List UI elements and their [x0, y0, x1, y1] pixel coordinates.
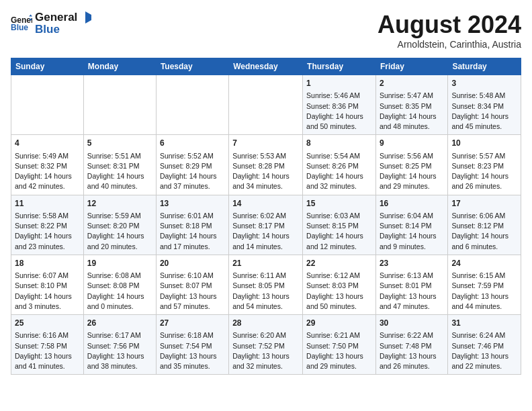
calendar-cell: 14Sunrise: 6:02 AM Sunset: 8:17 PM Dayli… — [229, 195, 303, 255]
day-number: 30 — [380, 318, 444, 329]
cell-content: Sunrise: 6:10 AM Sunset: 8:07 PM Dayligh… — [160, 271, 225, 312]
cell-content: Sunrise: 6:11 AM Sunset: 8:05 PM Dayligh… — [232, 271, 299, 312]
location-subtitle: Arnoldstein, Carinthia, Austria — [378, 39, 521, 50]
cell-content: Sunrise: 5:52 AM Sunset: 8:29 PM Dayligh… — [160, 151, 225, 192]
calendar-week-2: 4Sunrise: 5:49 AM Sunset: 8:32 PM Daylig… — [11, 135, 521, 195]
logo: General Blue General Blue — [11, 11, 91, 36]
day-header-tuesday: Tuesday — [156, 58, 228, 75]
cell-content: Sunrise: 6:02 AM Sunset: 8:17 PM Dayligh… — [232, 211, 299, 252]
calendar-week-3: 11Sunrise: 5:58 AM Sunset: 8:22 PM Dayli… — [11, 195, 521, 255]
calendar-cell: 31Sunrise: 6:24 AM Sunset: 7:46 PM Dayli… — [448, 315, 521, 375]
day-number: 14 — [232, 198, 299, 210]
day-number: 26 — [87, 318, 152, 329]
day-number: 17 — [451, 198, 517, 210]
cell-content: Sunrise: 5:56 AM Sunset: 8:25 PM Dayligh… — [380, 151, 444, 192]
svg-text:Blue: Blue — [11, 23, 28, 32]
day-header-saturday: Saturday — [448, 58, 521, 75]
calendar-cell — [229, 75, 303, 135]
day-number: 27 — [160, 318, 225, 329]
day-number: 28 — [232, 318, 299, 329]
calendar-cell: 10Sunrise: 5:57 AM Sunset: 8:23 PM Dayli… — [448, 135, 521, 195]
cell-content: Sunrise: 6:15 AM Sunset: 7:59 PM Dayligh… — [451, 271, 517, 312]
day-number: 15 — [306, 198, 372, 210]
cell-content: Sunrise: 6:21 AM Sunset: 7:50 PM Dayligh… — [306, 330, 372, 371]
calendar-cell: 24Sunrise: 6:15 AM Sunset: 7:59 PM Dayli… — [448, 255, 521, 314]
calendar-cell: 23Sunrise: 6:13 AM Sunset: 8:01 PM Dayli… — [375, 255, 447, 314]
calendar-cell: 25Sunrise: 6:16 AM Sunset: 7:58 PM Dayli… — [11, 315, 84, 375]
day-number: 3 — [451, 78, 517, 89]
day-header-friday: Friday — [375, 58, 447, 75]
logo-blue: Blue — [35, 23, 91, 36]
day-number: 20 — [160, 258, 225, 269]
cell-content: Sunrise: 5:58 AM Sunset: 8:22 PM Dayligh… — [15, 211, 80, 252]
cell-content: Sunrise: 6:24 AM Sunset: 7:46 PM Dayligh… — [451, 330, 517, 371]
logo-general: General — [35, 11, 77, 24]
calendar-header-row: SundayMondayTuesdayWednesdayThursdayFrid… — [11, 58, 521, 75]
calendar-cell: 2Sunrise: 5:47 AM Sunset: 8:35 PM Daylig… — [375, 75, 447, 135]
cell-content: Sunrise: 5:47 AM Sunset: 8:35 PM Dayligh… — [380, 91, 444, 132]
calendar-cell: 22Sunrise: 6:12 AM Sunset: 8:03 PM Dayli… — [303, 255, 376, 314]
day-header-thursday: Thursday — [303, 58, 376, 75]
day-number: 9 — [380, 138, 444, 149]
calendar-cell: 29Sunrise: 6:21 AM Sunset: 7:50 PM Dayli… — [303, 315, 376, 375]
day-number: 22 — [306, 258, 372, 269]
cell-content: Sunrise: 6:12 AM Sunset: 8:03 PM Dayligh… — [306, 271, 372, 312]
calendar-cell: 5Sunrise: 5:51 AM Sunset: 8:31 PM Daylig… — [83, 135, 156, 195]
day-number: 6 — [160, 138, 225, 149]
calendar-cell: 8Sunrise: 5:54 AM Sunset: 8:26 PM Daylig… — [303, 135, 376, 195]
cell-content: Sunrise: 6:17 AM Sunset: 7:56 PM Dayligh… — [87, 330, 152, 371]
day-number: 24 — [451, 258, 517, 269]
cell-content: Sunrise: 6:07 AM Sunset: 8:10 PM Dayligh… — [15, 271, 80, 312]
cell-content: Sunrise: 6:04 AM Sunset: 8:14 PM Dayligh… — [380, 211, 444, 252]
calendar-cell: 11Sunrise: 5:58 AM Sunset: 8:22 PM Dayli… — [11, 195, 84, 255]
calendar-cell: 16Sunrise: 6:04 AM Sunset: 8:14 PM Dayli… — [375, 195, 447, 255]
calendar-cell: 19Sunrise: 6:08 AM Sunset: 8:08 PM Dayli… — [83, 255, 156, 314]
calendar-cell: 4Sunrise: 5:49 AM Sunset: 8:32 PM Daylig… — [11, 135, 84, 195]
cell-content: Sunrise: 5:59 AM Sunset: 8:20 PM Dayligh… — [87, 211, 152, 252]
day-number: 19 — [87, 258, 152, 269]
cell-content: Sunrise: 5:53 AM Sunset: 8:28 PM Dayligh… — [232, 151, 299, 192]
day-header-monday: Monday — [83, 58, 156, 75]
calendar-table: SundayMondayTuesdayWednesdayThursdayFrid… — [11, 58, 521, 375]
logo-arrow-icon — [79, 11, 91, 24]
calendar-week-1: 1Sunrise: 5:46 AM Sunset: 8:36 PM Daylig… — [11, 75, 521, 135]
calendar-cell: 17Sunrise: 6:06 AM Sunset: 8:12 PM Dayli… — [448, 195, 521, 255]
day-number: 29 — [306, 318, 372, 329]
calendar-cell: 1Sunrise: 5:46 AM Sunset: 8:36 PM Daylig… — [303, 75, 376, 135]
day-header-wednesday: Wednesday — [229, 58, 303, 75]
calendar-cell: 7Sunrise: 5:53 AM Sunset: 8:28 PM Daylig… — [229, 135, 303, 195]
calendar-cell: 26Sunrise: 6:17 AM Sunset: 7:56 PM Dayli… — [83, 315, 156, 375]
cell-content: Sunrise: 5:51 AM Sunset: 8:31 PM Dayligh… — [87, 151, 152, 192]
cell-content: Sunrise: 5:46 AM Sunset: 8:36 PM Dayligh… — [306, 91, 372, 132]
calendar-cell: 18Sunrise: 6:07 AM Sunset: 8:10 PM Dayli… — [11, 255, 84, 314]
day-number: 1 — [306, 78, 372, 89]
day-number: 5 — [87, 138, 152, 149]
cell-content: Sunrise: 6:08 AM Sunset: 8:08 PM Dayligh… — [87, 271, 152, 312]
svg-marker-4 — [85, 11, 91, 24]
day-number: 16 — [380, 198, 444, 210]
cell-content: Sunrise: 6:20 AM Sunset: 7:52 PM Dayligh… — [232, 330, 299, 371]
day-number: 12 — [87, 198, 152, 210]
day-number: 11 — [15, 198, 80, 210]
calendar-week-4: 18Sunrise: 6:07 AM Sunset: 8:10 PM Dayli… — [11, 255, 521, 314]
title-area: August 2024 Arnoldstein, Carinthia, Aust… — [378, 11, 521, 50]
calendar-cell: 21Sunrise: 6:11 AM Sunset: 8:05 PM Dayli… — [229, 255, 303, 314]
cell-content: Sunrise: 6:16 AM Sunset: 7:58 PM Dayligh… — [15, 330, 80, 371]
day-number: 7 — [232, 138, 299, 149]
calendar-cell: 27Sunrise: 6:18 AM Sunset: 7:54 PM Dayli… — [156, 315, 228, 375]
cell-content: Sunrise: 6:13 AM Sunset: 8:01 PM Dayligh… — [380, 271, 444, 312]
calendar-cell: 20Sunrise: 6:10 AM Sunset: 8:07 PM Dayli… — [156, 255, 228, 314]
day-number: 23 — [380, 258, 444, 269]
calendar-cell: 28Sunrise: 6:20 AM Sunset: 7:52 PM Dayli… — [229, 315, 303, 375]
cell-content: Sunrise: 6:18 AM Sunset: 7:54 PM Dayligh… — [160, 330, 225, 371]
cell-content: Sunrise: 5:57 AM Sunset: 8:23 PM Dayligh… — [451, 151, 517, 192]
calendar-week-5: 25Sunrise: 6:16 AM Sunset: 7:58 PM Dayli… — [11, 315, 521, 375]
cell-content: Sunrise: 6:22 AM Sunset: 7:48 PM Dayligh… — [380, 330, 444, 371]
calendar-cell — [11, 75, 84, 135]
calendar-cell: 9Sunrise: 5:56 AM Sunset: 8:25 PM Daylig… — [375, 135, 447, 195]
day-number: 31 — [451, 318, 517, 329]
cell-content: Sunrise: 5:48 AM Sunset: 8:34 PM Dayligh… — [451, 91, 517, 132]
cell-content: Sunrise: 6:06 AM Sunset: 8:12 PM Dayligh… — [451, 211, 517, 252]
calendar-cell: 15Sunrise: 6:03 AM Sunset: 8:15 PM Dayli… — [303, 195, 376, 255]
cell-content: Sunrise: 6:01 AM Sunset: 8:18 PM Dayligh… — [160, 211, 225, 252]
